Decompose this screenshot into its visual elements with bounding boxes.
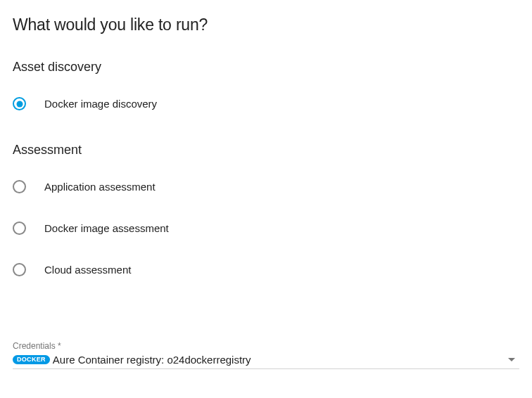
radio-label: Cloud assessment: [44, 264, 131, 276]
asset-discovery-heading: Asset discovery: [13, 60, 519, 75]
credentials-section: Credentials * DOCKER Aure Container regi…: [13, 341, 519, 369]
radio-label: Docker image assessment: [44, 222, 169, 234]
radio-icon: [13, 97, 26, 110]
radio-label: Application assessment: [44, 181, 156, 193]
radio-label: Docker image discovery: [44, 98, 157, 110]
credentials-select-value-wrap: DOCKER Aure Container registry: o24docke…: [13, 354, 251, 366]
chevron-down-icon: [508, 358, 515, 361]
radio-application-assessment[interactable]: Application assessment: [13, 180, 519, 193]
credentials-select[interactable]: DOCKER Aure Container registry: o24docke…: [13, 354, 519, 369]
radio-icon: [13, 222, 26, 235]
radio-docker-image-assessment[interactable]: Docker image assessment: [13, 222, 519, 235]
radio-docker-image-discovery[interactable]: Docker image discovery: [13, 97, 519, 110]
credentials-label: Credentials *: [13, 341, 519, 351]
radio-cloud-assessment[interactable]: Cloud assessment: [13, 263, 519, 276]
asset-discovery-section: Asset discovery Docker image discovery: [13, 60, 519, 110]
docker-badge: DOCKER: [13, 355, 50, 364]
credentials-selected-value: Aure Container registry: o24dockerregist…: [53, 354, 251, 366]
assessment-heading: Assessment: [13, 143, 519, 158]
assessment-section: Assessment Application assessment Docker…: [13, 143, 519, 276]
radio-icon: [13, 180, 26, 193]
radio-icon: [13, 263, 26, 276]
page-title: What would you like to run?: [13, 15, 519, 34]
